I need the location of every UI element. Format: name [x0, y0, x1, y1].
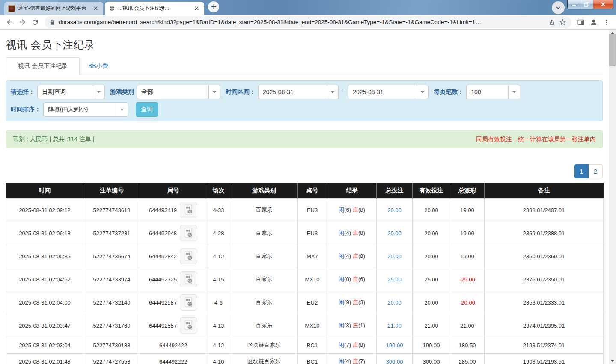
profile-avatar-icon[interactable] — [588, 16, 600, 28]
cell-game-type: 区块链百家乐 — [231, 353, 298, 364]
cell-game-type: 百家乐 — [231, 245, 298, 268]
cell-total-bet[interactable]: 190.00 — [377, 337, 413, 353]
cell-time: 2025-08-31 02:03:47 — [6, 314, 83, 337]
chevron-down-icon[interactable] — [508, 85, 520, 99]
table-row: 2025-08-31 02:01:48 522774727558 6444922… — [6, 353, 604, 364]
cell-session: 4-12 — [206, 245, 231, 268]
tab-bb-tips[interactable]: BB小费 — [80, 58, 117, 75]
banker-label: 庄 — [353, 230, 358, 236]
url-text[interactable]: dorasabs.com/game/betrecord_search/kind3… — [59, 19, 545, 25]
date-separator: ~ — [342, 89, 345, 95]
tab-close-icon[interactable] — [193, 5, 200, 12]
cell-game-type: 百家乐 — [231, 314, 298, 337]
browser-tab-active[interactable]: :::视讯 会员下注纪录::: — [105, 2, 204, 15]
new-tab-button[interactable] — [208, 1, 219, 12]
sort-order-select[interactable]: 降幂(由大到小) — [43, 102, 128, 117]
cell-round-id: 644492222 — [140, 353, 206, 364]
query-type-select[interactable]: 日期查询 — [37, 85, 105, 99]
cell-session: 4-15 — [206, 268, 231, 291]
cell-total-bet[interactable]: 300.00 — [377, 353, 413, 364]
tab-search-chevron-button[interactable] — [552, 1, 565, 14]
chevron-down-icon[interactable] — [93, 85, 104, 99]
lock-icon — [50, 19, 55, 25]
chevron-down-icon[interactable] — [327, 85, 338, 99]
cell-bet-id: 522774733974 — [83, 268, 140, 291]
cell-bet-id: 522774731760 — [83, 314, 140, 337]
tab-title: 通宝-信誉最好的网上游戏平台 — [18, 5, 89, 12]
side-panel-icon[interactable] — [575, 16, 587, 28]
cell-time: 2025-08-31 02:09:12 — [6, 198, 83, 222]
bookmark-star-icon[interactable] — [559, 18, 566, 26]
header-time: 时间 — [6, 183, 83, 198]
chevron-down-icon[interactable] — [116, 103, 128, 116]
share-icon[interactable] — [548, 19, 555, 26]
scroll-down-icon[interactable] — [609, 358, 616, 364]
player-label: 闲 — [339, 358, 344, 364]
cell-game-type: 百家乐 — [231, 198, 298, 222]
video-replay-button[interactable] — [180, 248, 197, 264]
cell-total-bet[interactable]: 25.00 — [377, 268, 413, 291]
player-label: 闲 — [339, 322, 344, 328]
window-controls — [567, 0, 613, 9]
cell-payout: 21.00 — [450, 314, 485, 337]
cell-valid-bet: 20.00 — [413, 222, 450, 245]
game-type-select[interactable]: 全部 — [137, 85, 220, 99]
tab-close-icon[interactable] — [92, 5, 99, 12]
cell-remark: 2350.01/2369.01 — [485, 245, 604, 268]
currency-summary: 币别 : 人民币 | 总共 :114 注单 | — [13, 136, 95, 143]
forward-icon[interactable] — [16, 16, 28, 28]
cell-table-no: EU3 — [298, 198, 327, 222]
cell-remark: 2388.01/2407.01 — [485, 198, 604, 222]
cell-session: 4-12 — [206, 337, 231, 353]
search-button[interactable]: 查询 — [136, 102, 158, 117]
cell-total-bet[interactable]: 20.00 — [377, 291, 413, 314]
browser-tab-inactive[interactable]: 通宝-信誉最好的网上游戏平台 — [4, 2, 103, 15]
date-start-input[interactable]: 2025-08-31 — [258, 85, 339, 99]
video-replay-button[interactable] — [180, 225, 197, 241]
page-scrollbar[interactable] — [609, 30, 616, 364]
header-payout: 总派彩 — [450, 183, 485, 198]
game-type-label: 游戏类别 — [110, 88, 134, 96]
reload-icon[interactable] — [29, 16, 41, 28]
date-end-input[interactable]: 2025-08-31 — [348, 85, 429, 99]
player-label: 闲 — [339, 253, 344, 259]
video-replay-button[interactable] — [180, 271, 197, 287]
page-size-select[interactable]: 100 — [466, 85, 520, 99]
cell-total-bet[interactable]: 20.00 — [377, 198, 413, 222]
tab-bet-records[interactable]: 视讯 会员下注纪录 — [6, 57, 80, 75]
globe-favicon-icon — [109, 5, 115, 12]
cell-total-bet[interactable]: 21.00 — [377, 314, 413, 337]
summary-bar: 币别 : 人民币 | 总共 :114 注单 | 同局有效投注，统一计算在该局第一… — [6, 130, 603, 148]
scrollbar-thumb[interactable] — [609, 34, 616, 66]
cell-round-id: 644492557 — [140, 314, 206, 337]
cell-valid-bet: 20.00 — [413, 291, 450, 314]
video-replay-button[interactable] — [180, 317, 197, 334]
video-replay-button[interactable] — [180, 202, 197, 218]
video-replay-button[interactable] — [180, 294, 197, 311]
minimize-button[interactable] — [568, 0, 580, 9]
address-bar[interactable]: dorasabs.com/game/betrecord_search/kind3… — [45, 16, 571, 28]
menu-dots-icon[interactable] — [601, 16, 613, 28]
cell-round-id: 644492842 — [140, 245, 206, 268]
player-label: 闲 — [339, 299, 344, 305]
table-row: 2025-08-31 02:03:47 522774731760 6444925… — [6, 314, 604, 337]
cell-time: 2025-08-31 02:04:52 — [6, 268, 83, 291]
page-button-1[interactable]: 1 — [574, 164, 589, 178]
chevron-down-icon[interactable] — [208, 85, 220, 99]
cell-total-bet[interactable]: 20.00 — [377, 222, 413, 245]
table-row: 2025-08-31 02:04:52 522774733974 6444927… — [6, 268, 604, 291]
back-icon[interactable] — [3, 16, 15, 28]
cell-total-bet[interactable]: 20.00 — [377, 245, 413, 268]
cell-remark: 1908.51/2193.51 — [485, 353, 604, 364]
cell-bet-id: 522774737281 — [83, 222, 140, 245]
cell-bet-id: 522774735674 — [83, 245, 140, 268]
filter-panel: 请选择： 日期查询 游戏类别 全部 时间区间： 2025-08-31 ~ 202… — [6, 80, 603, 121]
restore-button[interactable] — [580, 0, 593, 9]
cell-payout: 19.00 — [450, 198, 485, 222]
chevron-down-icon[interactable] — [417, 85, 428, 99]
bet-records-table: 时间 注单编号 局号 场次 游戏类别 桌号 结果 总投注 有效投注 总派彩 备注… — [6, 183, 604, 364]
close-button[interactable] — [593, 0, 613, 9]
cell-payout: 285.00 — [450, 353, 485, 364]
page-button-2[interactable]: 2 — [589, 164, 603, 178]
cell-round-id: 644492948 — [140, 222, 206, 245]
